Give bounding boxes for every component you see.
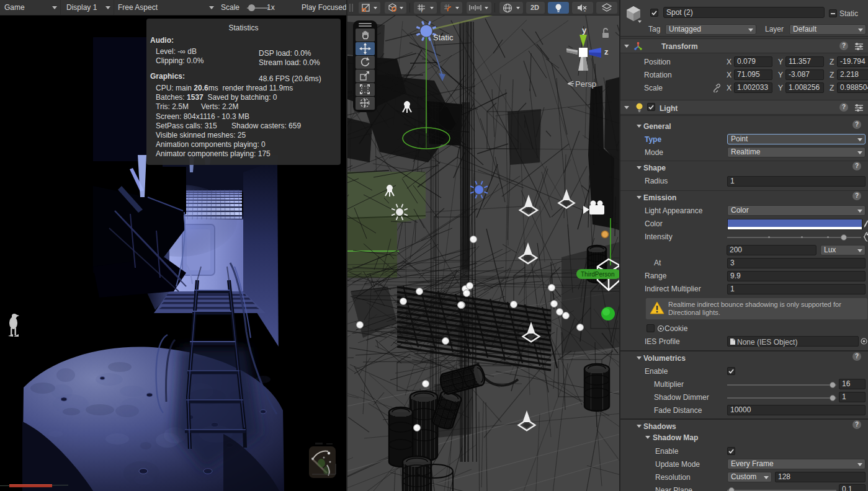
svg-text:Y: Y bbox=[420, 8, 424, 13]
svg-text:x: x bbox=[584, 9, 586, 12]
svg-text:Static: Static bbox=[433, 33, 454, 42]
svg-text:y: y bbox=[582, 25, 587, 35]
svg-text:z: z bbox=[604, 47, 609, 56]
svg-text:Persp: Persp bbox=[575, 79, 596, 89]
svg-text:ThirdPerson: ThirdPerson bbox=[581, 271, 614, 278]
